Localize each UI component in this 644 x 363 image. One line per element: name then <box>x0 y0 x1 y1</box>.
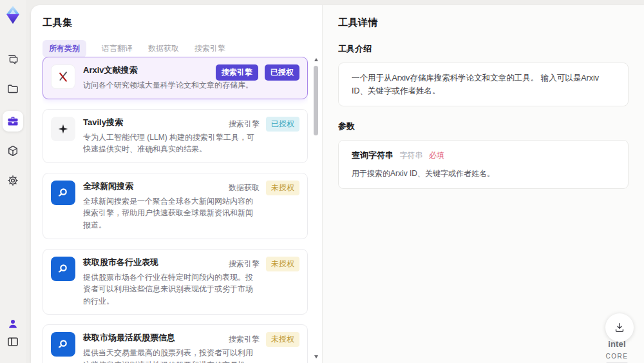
intro-heading: 工具介绍 <box>338 43 629 55</box>
param-description: 用于搜索的Arxiv ID、关键字或作者姓名。 <box>352 168 615 180</box>
list-scrollbar[interactable] <box>313 57 319 360</box>
params-heading: 参数 <box>338 121 629 132</box>
nav-folder-icon[interactable] <box>6 83 19 95</box>
app-rail <box>0 0 26 363</box>
sidebar-toggle-icon[interactable] <box>6 335 19 348</box>
scrollbar-thumb[interactable] <box>314 66 318 135</box>
nav-toolbox-icon[interactable] <box>6 115 19 128</box>
intro-text: 一个用于从Arxiv存储库搜索科学论文和文章的工具。 输入可以是Arxiv ID… <box>352 74 599 95</box>
tab-data-fetch[interactable]: 数据获取 <box>148 43 179 54</box>
tool-description: 全球新闻搜索是一个聚合全球各大新闻网站内容的搜索引擎，帮助用户快速获取全球最新资… <box>83 195 256 231</box>
tool-card-sector-performance[interactable]: 获取股市各行业表现 提供股票市场各个行业在特定时间段内的表现。投资者可以利用这些… <box>43 249 308 315</box>
sparkle-icon <box>51 117 75 141</box>
main-panel: 工具集 所有类别 语言翻译 数据获取 搜索引擎 Arxiv文献搜索 访问各个研究… <box>31 5 644 363</box>
arxiv-logo-icon <box>51 64 75 89</box>
detail-title: 工具详情 <box>338 17 629 29</box>
page-title: 工具集 <box>43 17 322 29</box>
tools-list-panel: 工具集 所有类别 语言翻译 数据获取 搜索引擎 Arxiv文献搜索 访问各个研究… <box>31 5 322 363</box>
category-tabs: 所有类别 语言翻译 数据获取 搜索引擎 <box>43 40 225 57</box>
param-required-label: 必填 <box>429 151 444 160</box>
news-search-logo-icon <box>51 181 75 205</box>
tab-all-categories[interactable]: 所有类别 <box>43 40 86 57</box>
tool-description: 访问各个研究领域大量科学论文和文章的存储库。 <box>83 79 256 92</box>
stock-search-logo-icon <box>51 332 75 357</box>
category-badge: 搜索引擎 <box>216 64 258 81</box>
param-name: 查询字符串 <box>352 150 393 160</box>
tool-card-active-stocks[interactable]: 获取市场最活跃股票信息 提供当天交易量最高的股票列表，投资者可以利用这些信息来识… <box>43 324 308 363</box>
category-label: 数据获取 <box>229 182 260 193</box>
nav-cube-icon[interactable] <box>6 144 19 157</box>
tab-search-engine[interactable]: 搜索引擎 <box>194 43 225 54</box>
tool-card-global-news[interactable]: 全球新闻搜索 全球新闻搜索是一个聚合全球各大新闻网站内容的搜索引擎，帮助用户快速… <box>43 173 308 239</box>
scroll-down-arrow-icon[interactable] <box>314 355 318 358</box>
intel-logo-text: intel <box>608 339 626 349</box>
tool-detail-panel: 工具详情 工具介绍 一个用于从Arxiv存储库搜索科学论文和文章的工具。 输入可… <box>322 5 644 363</box>
nav-settings-gear-icon[interactable] <box>6 174 19 187</box>
download-icon <box>613 321 626 334</box>
intel-core-logo: intel CORE <box>598 338 636 363</box>
app-logo-icon <box>4 5 22 25</box>
category-label: 搜索引擎 <box>229 259 260 270</box>
stock-search-logo-icon <box>51 257 75 281</box>
status-badge: 未授权 <box>266 332 299 347</box>
status-badge: 已授权 <box>265 64 299 81</box>
category-label: 搜索引擎 <box>229 119 260 130</box>
tool-description: 提供当天交易量最高的股票列表，投资者可以利用这些信息来识别流动性强的股票和潜在的… <box>83 347 256 363</box>
tool-description: 专为人工智能代理 (LLM) 构建的搜索引擎工具，可快速提供实时、准确和真实的结… <box>83 132 256 155</box>
status-badge: 已授权 <box>266 117 299 132</box>
tool-card-arxiv[interactable]: Arxiv文献搜索 访问各个研究领域大量科学论文和文章的存储库。 搜索引擎 已授… <box>43 57 308 99</box>
tab-language-translation[interactable]: 语言翻译 <box>102 43 133 54</box>
scroll-up-arrow-icon[interactable] <box>314 58 318 61</box>
tool-card-tavily[interactable]: Tavily搜索 专为人工智能代理 (LLM) 构建的搜索引擎工具，可快速提供实… <box>43 109 308 163</box>
tool-description: 提供股票市场各个行业在特定时间段内的表现。投资者可以利用这些信息来识别表现优于或… <box>83 271 256 308</box>
status-badge: 未授权 <box>266 257 299 271</box>
nav-chat-icon[interactable] <box>6 53 19 66</box>
param-box: 查询字符串 字符串 必填 用于搜索的Arxiv ID、关键字或作者姓名。 <box>338 140 629 189</box>
tool-card-list: Arxiv文献搜索 访问各个研究领域大量科学论文和文章的存储库。 搜索引擎 已授… <box>43 57 308 363</box>
category-label: 搜索引擎 <box>229 334 260 345</box>
status-badge: 未授权 <box>266 181 299 195</box>
intro-box: 一个用于从Arxiv存储库搜索科学论文和文章的工具。 输入可以是Arxiv ID… <box>338 63 629 106</box>
core-logo-text: CORE <box>606 353 629 360</box>
param-type: 字符串 <box>399 151 422 160</box>
user-avatar-icon[interactable] <box>6 317 19 330</box>
